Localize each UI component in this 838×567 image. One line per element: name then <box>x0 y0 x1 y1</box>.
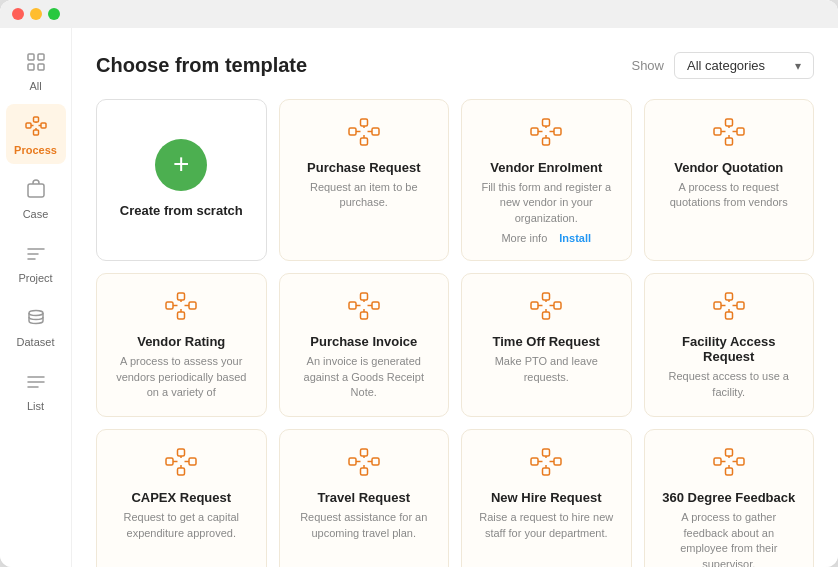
vendor-quotation-card[interactable]: Vendor Quotation A process to request qu… <box>644 99 815 261</box>
sidebar-process-label: Process <box>14 144 57 156</box>
vendor-quotation-icon <box>713 118 745 150</box>
svg-rect-84 <box>360 468 367 475</box>
svg-rect-4 <box>26 123 31 128</box>
vendor-rating-title: Vendor Rating <box>137 334 225 349</box>
svg-rect-33 <box>714 128 721 135</box>
svg-rect-98 <box>737 458 744 465</box>
svg-rect-75 <box>178 449 185 456</box>
svg-rect-57 <box>531 302 538 309</box>
svg-point-13 <box>29 311 43 316</box>
svg-rect-58 <box>554 302 561 309</box>
sidebar-item-project[interactable]: Project <box>6 232 66 292</box>
header-right: Show All categories ▾ <box>631 52 814 79</box>
close-dot[interactable] <box>12 8 24 20</box>
svg-rect-91 <box>543 449 550 456</box>
svg-rect-27 <box>543 119 550 126</box>
sidebar-item-dataset[interactable]: Dataset <box>6 296 66 356</box>
sidebar-item-list[interactable]: List <box>6 360 66 420</box>
sidebar-case-label: Case <box>23 208 49 220</box>
svg-rect-26 <box>554 128 561 135</box>
sidebar-item-all[interactable]: All <box>6 40 66 100</box>
time-off-title: Time Off Request <box>493 334 600 349</box>
svg-rect-6 <box>33 117 38 122</box>
all-icon <box>22 48 50 76</box>
svg-rect-36 <box>725 138 732 145</box>
capex-request-card[interactable]: CAPEX Request Request to get a capital e… <box>96 429 267 567</box>
purchase-invoice-desc: An invoice is generated against a Goods … <box>294 354 435 400</box>
vendor-rating-card[interactable]: Vendor Rating A process to assess your v… <box>96 273 267 417</box>
svg-rect-74 <box>189 458 196 465</box>
time-off-icon <box>530 292 562 324</box>
feedback-icon <box>713 448 745 480</box>
facility-access-desc: Request access to use a facility. <box>659 369 800 400</box>
content-header: Choose from template Show All categories… <box>96 52 814 79</box>
sidebar-item-process[interactable]: Process <box>6 104 66 164</box>
vendor-quotation-title: Vendor Quotation <box>674 160 783 175</box>
plus-icon: + <box>173 150 189 178</box>
project-icon <box>22 240 50 268</box>
template-grid: + Create from scratch <box>96 99 814 567</box>
new-hire-title: New Hire Request <box>491 490 602 505</box>
dataset-icon <box>22 304 50 332</box>
svg-rect-34 <box>737 128 744 135</box>
capex-title: CAPEX Request <box>131 490 231 505</box>
svg-rect-35 <box>725 119 732 126</box>
feedback-desc: A process to gather feedback about an em… <box>659 510 800 567</box>
svg-rect-99 <box>725 449 732 456</box>
svg-rect-68 <box>725 312 732 319</box>
sidebar-dataset-label: Dataset <box>17 336 55 348</box>
svg-rect-1 <box>38 54 44 60</box>
travel-request-card[interactable]: Travel Request Request assistance for an… <box>279 429 450 567</box>
svg-rect-60 <box>543 312 550 319</box>
chevron-down-icon: ▾ <box>795 59 801 73</box>
content-area: Choose from template Show All categories… <box>72 28 838 567</box>
capex-desc: Request to get a capital expenditure app… <box>111 510 252 541</box>
create-scratch-title: Create from scratch <box>120 203 243 218</box>
svg-rect-49 <box>349 302 356 309</box>
purchase-invoice-title: Purchase Invoice <box>310 334 417 349</box>
sidebar-project-label: Project <box>18 272 52 284</box>
svg-rect-50 <box>372 302 379 309</box>
svg-rect-66 <box>737 302 744 309</box>
main-layout: All Process <box>0 28 838 567</box>
svg-rect-52 <box>360 312 367 319</box>
vendor-rating-desc: A process to assess your vendors periodi… <box>111 354 252 400</box>
process-icon <box>22 112 50 140</box>
vendor-enrolment-card[interactable]: Vendor Enrolment Fill this form and regi… <box>461 99 632 261</box>
sidebar-list-label: List <box>27 400 44 412</box>
minimize-dot[interactable] <box>30 8 42 20</box>
create-from-scratch-card[interactable]: + Create from scratch <box>96 99 267 261</box>
titlebar <box>0 0 838 28</box>
svg-rect-42 <box>189 302 196 309</box>
svg-rect-81 <box>349 458 356 465</box>
svg-rect-18 <box>372 128 379 135</box>
purchase-invoice-card[interactable]: Purchase Invoice An invoice is generated… <box>279 273 450 417</box>
new-hire-desc: Raise a request to hire new staff for yo… <box>476 510 617 541</box>
sidebar: All Process <box>0 28 72 567</box>
install-button[interactable]: Install <box>559 232 591 244</box>
time-off-request-card[interactable]: Time Off Request Make PTO and leave requ… <box>461 273 632 417</box>
vendor-enrolment-icon <box>530 118 562 150</box>
category-dropdown[interactable]: All categories ▾ <box>674 52 814 79</box>
new-hire-icon <box>530 448 562 480</box>
svg-rect-92 <box>543 468 550 475</box>
svg-rect-73 <box>166 458 173 465</box>
maximize-dot[interactable] <box>48 8 60 20</box>
svg-rect-41 <box>166 302 173 309</box>
page-title: Choose from template <box>96 54 307 77</box>
svg-rect-43 <box>178 293 185 300</box>
purchase-request-card[interactable]: Purchase Request Request an item to be p… <box>279 99 450 261</box>
show-label: Show <box>631 58 664 73</box>
facility-access-card[interactable]: Facility Access Request Request access t… <box>644 273 815 417</box>
svg-rect-59 <box>543 293 550 300</box>
purchase-invoice-icon <box>348 292 380 324</box>
travel-desc: Request assistance for an upcoming trave… <box>294 510 435 541</box>
case-icon <box>22 176 50 204</box>
list-icon <box>22 368 50 396</box>
sidebar-item-case[interactable]: Case <box>6 168 66 228</box>
svg-rect-89 <box>531 458 538 465</box>
facility-access-title: Facility Access Request <box>659 334 800 364</box>
new-hire-card[interactable]: New Hire Request Raise a request to hire… <box>461 429 632 567</box>
feedback-card[interactable]: 360 Degree Feedback A process to gather … <box>644 429 815 567</box>
vendor-rating-icon <box>165 292 197 324</box>
